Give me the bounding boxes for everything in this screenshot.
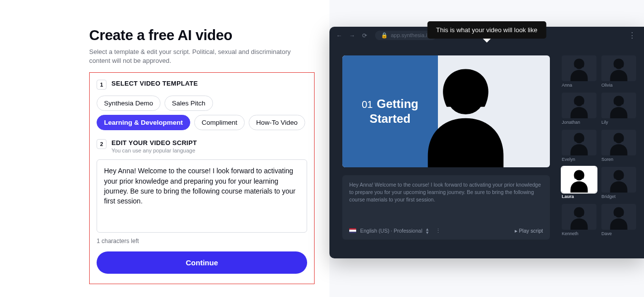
avatar-thumb	[562, 167, 596, 193]
language-stepper[interactable]: ▴▾	[426, 227, 429, 234]
continue-button[interactable]: Continue	[97, 251, 307, 274]
avatar-thumb	[601, 204, 636, 230]
lock-icon: 🔒	[381, 32, 388, 39]
play-script-button[interactable]: ▸ Play script	[515, 227, 543, 235]
avatar-label: Bridget	[601, 194, 636, 199]
step-2-number: 2	[97, 139, 107, 149]
browser-reload-icon[interactable]: ⟳	[362, 32, 368, 38]
characters-left: 1 characters left	[97, 238, 307, 245]
avatar-label: Anna	[562, 83, 596, 88]
form-highlight-box: 1 SELECT VIDEO TEMPLATE Synthesia DemoSa…	[89, 72, 315, 284]
avatar-thumb	[562, 93, 596, 118]
step-2-hint: You can use any popular language	[111, 148, 197, 153]
template-chip[interactable]: Compliment	[194, 115, 245, 130]
kebab-icon[interactable]: ⋮	[435, 227, 441, 235]
avatar-option[interactable]: Soren	[601, 130, 636, 162]
avatar-option[interactable]: Laura	[562, 167, 596, 199]
template-chip[interactable]: How-To Video	[249, 115, 305, 130]
browser-menu-icon[interactable]: ⋮	[628, 31, 637, 40]
avatar-option[interactable]: Evelyn	[562, 130, 596, 162]
preview-tooltip: This is what your video will look like	[427, 21, 546, 39]
page-subtitle: Select a template & edit your script. Po…	[89, 48, 302, 65]
script-preview-panel: Hey Anna! Welcome to the course! I look …	[342, 175, 550, 240]
slide-line1: Getting	[376, 97, 418, 111]
avatar-label: Kenneth	[562, 231, 596, 236]
avatar-option[interactable]: Olivia	[601, 55, 636, 88]
slide-number: 01	[362, 99, 373, 110]
avatar-option[interactable]: Jonathan	[562, 93, 596, 125]
script-textarea[interactable]	[97, 159, 307, 233]
avatar-label: Laura	[562, 194, 596, 199]
preview-browser: ← → ⟳ 🔒 app.synthesia.io ⋮ 01 Getting	[329, 27, 644, 258]
script-preview-text: Hey Anna! Welcome to the course! I look …	[349, 181, 543, 223]
avatar-label: Dave	[601, 231, 636, 236]
avatar-label: Soren	[601, 157, 636, 162]
video-preview: 01 Getting Started	[342, 55, 550, 167]
avatar-label: Olivia	[601, 83, 636, 88]
step-1-label: SELECT VIDEO TEMPLATE	[111, 80, 198, 87]
step-1-number: 1	[97, 80, 107, 90]
browser-back-icon[interactable]: ←	[336, 32, 342, 38]
template-chip[interactable]: Sales Pitch	[164, 96, 213, 111]
avatar-option[interactable]: Bridget	[601, 167, 636, 199]
avatar-thumb	[562, 204, 596, 230]
page-title: Create a free AI video	[89, 27, 329, 44]
avatar-label: Evelyn	[562, 157, 596, 162]
browser-forward-icon[interactable]: →	[349, 32, 355, 38]
template-chip-group: Synthesia DemoSales PitchLearning & Deve…	[97, 96, 307, 130]
language-select[interactable]: English (US) · Professional	[360, 227, 422, 235]
avatar-thumb	[601, 130, 636, 155]
avatar-thumb	[562, 55, 596, 81]
presenter-avatar	[416, 63, 520, 167]
avatar-option[interactable]: Anna	[562, 55, 596, 88]
avatar-option[interactable]: Lily	[601, 93, 636, 125]
avatar-label: Lily	[601, 120, 636, 125]
avatar-thumb	[601, 55, 636, 81]
avatar-option[interactable]: Dave	[601, 204, 636, 236]
avatar-option[interactable]: Kenneth	[562, 204, 596, 236]
template-chip[interactable]: Synthesia Demo	[97, 96, 161, 111]
slide-line2: Started	[370, 112, 411, 126]
avatar-label: Jonathan	[562, 120, 596, 125]
avatar-thumb	[601, 167, 636, 193]
browser-url: app.synthesia.io	[391, 32, 430, 38]
avatar-thumb	[601, 93, 636, 118]
step-2-label: EDIT YOUR VIDEO SCRIPT	[111, 139, 197, 147]
avatar-thumb	[562, 130, 596, 155]
avatar-grid: AnnaOliviaJonathanLilyEvelynSorenLauraBr…	[560, 44, 644, 258]
template-chip[interactable]: Learning & Development	[97, 115, 190, 130]
language-flag-icon	[349, 228, 356, 233]
